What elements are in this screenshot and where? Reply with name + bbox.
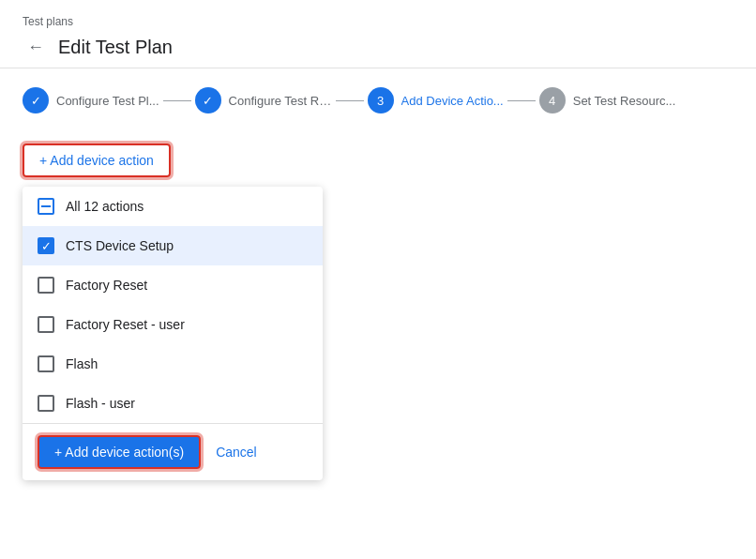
page-title: Edit Test Plan (58, 37, 173, 58)
checkbox-factory-reset (38, 277, 54, 294)
dropdown-panel: All 12 actions ✓ CTS Device Setup Factor… (23, 187, 323, 480)
list-item-factory-reset-user[interactable]: Factory Reset - user (23, 305, 323, 344)
list-item-flash-user[interactable]: Flash - user (23, 384, 323, 423)
checkbox-cts: ✓ (38, 237, 54, 254)
connector-3 (507, 100, 536, 101)
list-item-cts[interactable]: ✓ CTS Device Setup (23, 226, 323, 265)
back-button[interactable]: ← (23, 34, 49, 60)
cancel-button[interactable]: Cancel (212, 437, 261, 467)
item-factory-reset-user-label: Factory Reset - user (66, 317, 185, 332)
dropdown-footer: + Add device action(s) Cancel (23, 424, 323, 480)
step-2-circle: ✓ (195, 87, 221, 113)
item-factory-reset-label: Factory Reset (66, 278, 147, 293)
breadcrumb: Test plans (23, 15, 733, 28)
step-3-icon: 3 (377, 94, 384, 108)
checkmark-cts: ✓ (41, 240, 52, 252)
list-item-all[interactable]: All 12 actions (23, 187, 323, 226)
connector-2 (336, 100, 364, 101)
back-icon: ← (27, 38, 44, 57)
item-cts-label: CTS Device Setup (66, 238, 174, 253)
connector-1 (163, 100, 191, 101)
dropdown-list: All 12 actions ✓ CTS Device Setup Factor… (23, 187, 323, 424)
header: Test plans ← Edit Test Plan (0, 0, 756, 68)
step-3-label: Add Device Actio... (401, 94, 504, 108)
list-item-factory-reset[interactable]: Factory Reset (23, 265, 323, 305)
step-2-icon: ✓ (203, 94, 213, 108)
item-all-label: All 12 actions (66, 199, 144, 214)
step-4-icon: 4 (549, 94, 555, 108)
indeterminate-bar (41, 205, 51, 207)
step-1: ✓ Configure Test Pl... (23, 87, 159, 113)
checkbox-flash-user (38, 395, 54, 412)
step-4-label: Set Test Resourc... (573, 94, 676, 108)
step-3: 3 Add Device Actio... (368, 87, 504, 113)
step-4-circle: 4 (539, 87, 566, 113)
step-3-circle: 3 (368, 87, 394, 113)
title-row: ← Edit Test Plan (23, 34, 733, 60)
add-device-actions-button[interactable]: + Add device action(s) (38, 435, 201, 469)
item-flash-label: Flash (66, 356, 98, 371)
step-1-icon: ✓ (31, 94, 41, 108)
checkbox-all (38, 198, 54, 215)
page-container: Test plans ← Edit Test Plan ✓ Configure … (0, 0, 756, 559)
checkbox-flash (38, 355, 54, 372)
main-content: + Add device action All 12 actions ✓ CTS… (0, 128, 756, 559)
item-flash-user-label: Flash - user (66, 396, 135, 411)
step-1-circle: ✓ (23, 87, 49, 113)
step-2-label: Configure Test Ru... (229, 94, 332, 108)
stepper: ✓ Configure Test Pl... ✓ Configure Test … (0, 68, 756, 128)
step-1-label: Configure Test Pl... (56, 94, 159, 108)
add-device-action-button[interactable]: + Add device action (23, 144, 171, 177)
step-2: ✓ Configure Test Ru... (195, 87, 332, 113)
step-4: 4 Set Test Resourc... (539, 87, 676, 113)
checkbox-factory-reset-user (38, 316, 54, 333)
list-item-flash[interactable]: Flash (23, 344, 323, 384)
